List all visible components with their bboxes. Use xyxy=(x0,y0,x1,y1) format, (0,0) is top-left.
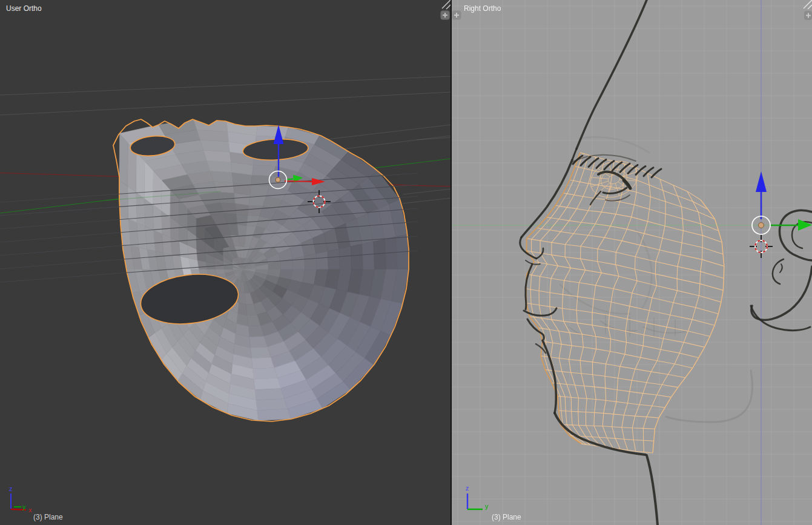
gizmo-y-arrow[interactable] xyxy=(286,179,293,180)
axis-x-label: x xyxy=(28,506,32,513)
gizmo-center-dot xyxy=(759,223,764,228)
active-object-label: (3) Plane xyxy=(492,513,521,521)
blender-workspace: z y x User Ortho (3) Plane xyxy=(0,0,812,525)
gizmo-center-dot xyxy=(276,177,280,182)
reference-image-background[interactable] xyxy=(451,0,812,525)
plus-icon[interactable] xyxy=(441,11,450,20)
viewport-user-ortho[interactable]: z y x User Ortho (3) Plane xyxy=(0,0,451,525)
axis-y-label: y xyxy=(485,503,489,510)
plus-icon[interactable] xyxy=(804,11,812,20)
view-name-label: Right Ortho xyxy=(464,4,501,13)
active-object-label: (3) Plane xyxy=(33,513,63,521)
axis-z-label: z xyxy=(466,484,469,492)
plus-icon[interactable] xyxy=(452,11,461,20)
axis-y-label: y xyxy=(22,503,26,510)
view-name-label: User Ortho xyxy=(6,4,42,13)
viewport-right-ortho[interactable]: z y Right Ortho (3) Plane xyxy=(451,0,812,525)
axis-z-label: z xyxy=(9,485,13,492)
area-split-border[interactable] xyxy=(451,0,452,525)
gizmo-x-arrow[interactable] xyxy=(285,181,312,182)
